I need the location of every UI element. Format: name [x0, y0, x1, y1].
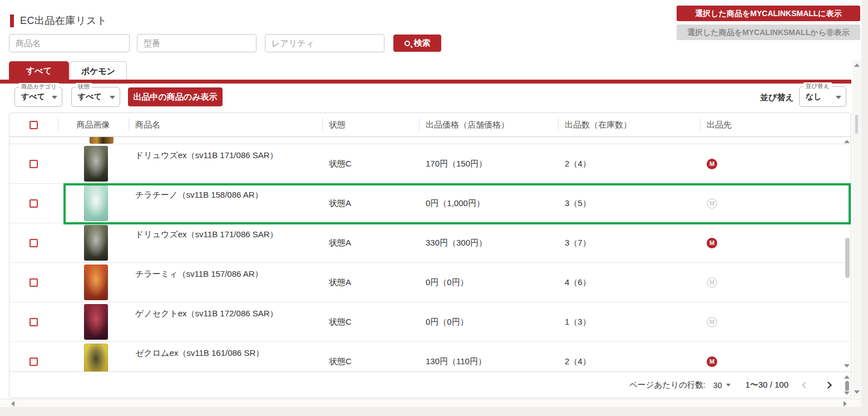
count-label: 4（6） — [558, 263, 700, 302]
product-name-input[interactable] — [9, 34, 130, 52]
table-row[interactable]: チラーミィ（sv11B 157/086 AR） 状態A 0円（0円） 4（6） … — [9, 263, 851, 302]
sort-label: 並び替え — [760, 92, 794, 103]
product-image — [84, 265, 108, 300]
category-select-label: 商品カテゴリ — [19, 83, 59, 91]
column-header-product-name: 商品名 — [129, 120, 322, 130]
horizontal-scrollbar[interactable] — [0, 399, 861, 407]
sort-select[interactable]: 並び替え なし — [799, 86, 846, 107]
search-button[interactable]: 検索 — [393, 35, 441, 52]
count-label: 1（3） — [558, 302, 700, 341]
previous-page-icon[interactable] — [802, 381, 809, 389]
tab-pokemon[interactable]: ポケモン — [70, 61, 127, 80]
table-row[interactable]: ドリュウズex（sv11B 171/086 SAR） 状態C 170円（150円… — [9, 144, 851, 184]
row-checkbox[interactable] — [29, 318, 38, 326]
condition-select-value: すべて — [78, 92, 102, 102]
product-name: ゼクロムex（sv11B 161/086 SR） — [129, 342, 322, 371]
product-image — [84, 146, 108, 182]
condition-label: 状態A — [322, 184, 419, 223]
product-image — [84, 344, 108, 371]
table-row[interactable]: ゼクロムex（sv11B 161/086 SR） 状態C 130円（110円） … — [9, 342, 851, 371]
count-label: 2（4） — [558, 342, 700, 371]
table-scrollbar-thumb[interactable] — [845, 238, 850, 278]
row-checkbox[interactable] — [29, 278, 38, 287]
chevron-down-icon — [110, 96, 115, 99]
chevron-down-icon — [726, 384, 731, 386]
mycalinks-mall-icon: M — [707, 159, 717, 169]
count-label: 2（4） — [558, 144, 700, 183]
product-name: ゲノセクトex（sv11B 172/086 SAR） — [129, 302, 322, 341]
mycalinks-mall-icon: M — [707, 238, 717, 248]
price-label: 170円（150円） — [419, 144, 558, 183]
scroll-up-icon[interactable] — [844, 375, 850, 379]
next-page-icon[interactable] — [825, 381, 832, 389]
partial-scrolled-row — [9, 137, 851, 144]
product-image — [84, 304, 108, 340]
count-label: 3（7） — [558, 223, 700, 262]
sort-select-value: なし — [806, 92, 822, 102]
row-checkbox[interactable] — [29, 358, 38, 366]
model-number-input[interactable] — [137, 34, 257, 52]
row-checkbox[interactable] — [29, 239, 38, 247]
show-on-mall-button[interactable]: 選択した商品をMYCALINKSMALLに表示 — [677, 6, 860, 21]
column-header-product-image: 商品画像 — [58, 120, 129, 130]
column-header-price: 出品価格（店舗価格） — [419, 120, 558, 130]
search-button-label: 検索 — [414, 38, 431, 48]
product-image — [90, 137, 114, 144]
condition-select[interactable]: 状態 すべて — [71, 87, 120, 107]
price-label: 130円（110円） — [419, 342, 558, 371]
category-select-value: すべて — [21, 92, 45, 102]
rarity-input[interactable] — [265, 34, 384, 52]
table-footer: ページあたりの行数: 30 1〜30 / 100 — [9, 371, 851, 398]
chevron-down-icon — [836, 96, 841, 99]
condition-label: 状態C — [322, 342, 419, 371]
table-body: ドリュウズex（sv11B 171/086 SAR） 状態C 170円（150円… — [9, 137, 851, 371]
price-label: 0円（1,000円） — [419, 184, 558, 223]
listed-only-button[interactable]: 出品中の商品のみ表示 — [128, 87, 223, 106]
scroll-right-icon[interactable] — [844, 401, 847, 407]
footer-scrollbar-thumb[interactable] — [845, 381, 849, 391]
page-scrollbar[interactable] — [852, 60, 861, 398]
row-checkbox[interactable] — [29, 160, 38, 168]
rows-per-page-label: ページあたりの行数: — [629, 380, 706, 390]
page-scrollbar-thumb[interactable] — [855, 115, 858, 134]
scroll-down-icon[interactable] — [844, 391, 850, 395]
hide-from-mall-button[interactable]: 選択した商品をMYCALINKSMALLから非表示 — [677, 25, 860, 40]
count-label: 3（5） — [558, 184, 700, 223]
price-label: 0円（0円） — [419, 302, 558, 341]
chevron-down-icon — [52, 96, 57, 99]
column-header-destination: 出品先 — [700, 120, 845, 130]
table-row[interactable]: チラチーノ（sv11B 158/086 AR） 状態A 0円（1,000円） 3… — [9, 184, 851, 223]
category-select[interactable]: 商品カテゴリ すべて — [14, 87, 62, 107]
condition-label: 状態C — [322, 144, 419, 183]
table-row[interactable]: ゲノセクトex（sv11B 172/086 SAR） 状態C 0円（0円） 1（… — [9, 302, 851, 342]
select-all-checkbox[interactable] — [29, 121, 38, 129]
pagination-range: 1〜30 / 100 — [745, 380, 788, 390]
column-header-count: 出品数（在庫数） — [558, 120, 700, 130]
scroll-up-icon[interactable] — [854, 63, 860, 67]
tab-underline-bar — [0, 80, 851, 84]
rows-per-page-value: 30 — [713, 381, 722, 390]
column-header-condition: 状態 — [322, 120, 419, 130]
rows-per-page-select[interactable]: 30 — [713, 381, 731, 390]
scroll-down-icon[interactable] — [854, 390, 860, 394]
tab-all[interactable]: すべて — [9, 61, 69, 80]
scroll-up-icon[interactable] — [844, 140, 850, 143]
price-label: 0円（0円） — [419, 263, 558, 302]
product-name: ドリュウズex（sv11B 171/086 SAR） — [129, 144, 322, 183]
condition-label: 状態A — [322, 223, 419, 262]
table-row[interactable]: ドリュウズex（sv11B 171/086 SAR） 状態A 330円（300円… — [9, 223, 851, 263]
condition-label: 状態A — [322, 263, 419, 302]
inventory-table: 商品画像 商品名 状態 出品価格（店舗価格） 出品数（在庫数） 出品先 ドリュウ… — [9, 112, 851, 398]
product-name: チラーミィ（sv11B 157/086 AR） — [129, 263, 322, 302]
price-label: 330円（300円） — [419, 223, 558, 262]
title-accent-bar — [10, 14, 14, 27]
mycalinks-mall-icon: M — [707, 277, 717, 288]
search-icon — [405, 41, 410, 46]
product-image — [84, 225, 108, 261]
row-checkbox[interactable] — [29, 199, 38, 208]
scroll-left-icon[interactable] — [11, 401, 14, 407]
product-name: ドリュウズex（sv11B 171/086 SAR） — [129, 223, 322, 262]
scroll-down-icon[interactable] — [844, 364, 850, 368]
mycalinks-mall-icon: M — [707, 317, 717, 327]
sort-select-label: 並び替え — [803, 82, 832, 90]
